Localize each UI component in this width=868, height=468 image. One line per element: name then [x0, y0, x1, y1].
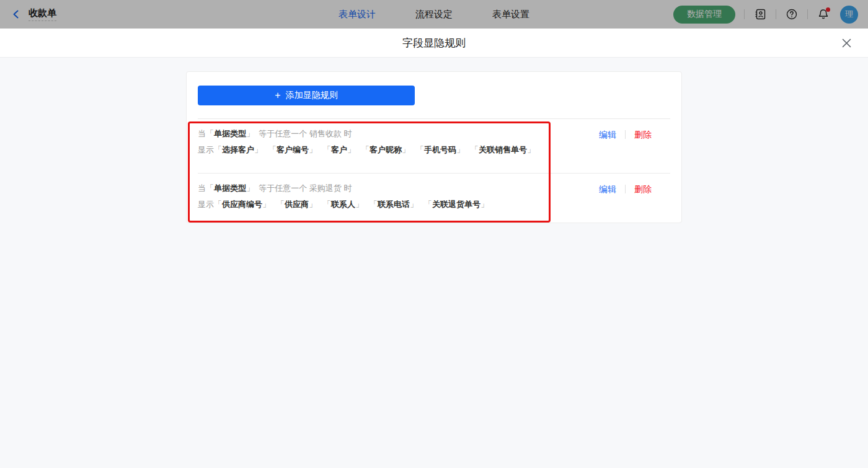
rule-actions: 编辑删除: [599, 126, 652, 143]
edit-button[interactable]: 编辑: [599, 181, 616, 197]
field-token: 「客户编号」: [268, 145, 317, 154]
rule-row: 当「单据类型」 等于任意一个 采购退货 时显示「供应商编号」「供应商」「联系人」…: [198, 174, 670, 224]
divider: [625, 185, 626, 193]
field-token: 「客户」: [323, 145, 355, 154]
rule-row: 当「单据类型」 等于任意一个 销售收款 时显示「选择客户」「客户编号」「客户」「…: [198, 119, 670, 174]
delete-button[interactable]: 删除: [634, 181, 652, 197]
rules-card: + 添加显隐规则 当「单据类型」 等于任意一个 销售收款 时显示「选择客户」「客…: [186, 71, 682, 223]
rules-list: 当「单据类型」 等于任意一个 销售收款 时显示「选择客户」「客户编号」「客户」「…: [198, 119, 670, 224]
edit-button[interactable]: 编辑: [599, 126, 616, 143]
field-token: 「供应商」: [277, 200, 317, 209]
field-token: 「选择客户」: [214, 145, 262, 154]
modal-header: 字段显隐规则: [0, 29, 868, 58]
rule-condition-line: 当「单据类型」 等于任意一个 采购退货 时: [198, 180, 495, 196]
field-token: 「客户昵称」: [361, 145, 410, 154]
topbar: 收款单 表单设计 流程设定 表单设置 数据管理: [0, 0, 868, 29]
field-token: 「关联退货单号」: [424, 200, 489, 209]
rule-actions: 编辑删除: [599, 181, 652, 197]
rule-condition-line: 当「单据类型」 等于任意一个 销售收款 时: [198, 126, 541, 142]
modal-title: 字段显隐规则: [402, 36, 466, 50]
modal-backdrop: [0, 0, 868, 29]
field-token: 「联系电话」: [370, 200, 418, 209]
divider: [625, 130, 626, 139]
field-token: 「供应商编号」: [214, 200, 270, 209]
rule-show-fields-line: 显示「选择客户」「客户编号」「客户」「客户昵称」「手机号码」「关联销售单号」: [198, 142, 541, 158]
field-visibility-rules-modal: 字段显隐规则 + 添加显隐规则 当「单据类型」 等于任意一个 销售收款 时显示「…: [0, 29, 868, 468]
rule-text: 当「单据类型」 等于任意一个 销售收款 时显示「选择客户」「客户编号」「客户」「…: [198, 126, 541, 158]
plus-icon: +: [275, 90, 280, 101]
rule-show-fields-line: 显示「供应商编号」「供应商」「联系人」「联系电话」「关联退货单号」: [198, 196, 495, 213]
modal-body: + 添加显隐规则 当「单据类型」 等于任意一个 销售收款 时显示「选择客户」「客…: [0, 58, 868, 468]
add-rule-label: 添加显隐规则: [286, 90, 338, 101]
field-token: 「单据类型」: [206, 129, 254, 138]
field-token: 「手机号码」: [416, 145, 464, 154]
field-token: 「联系人」: [323, 200, 363, 209]
field-token: 「关联销售单号」: [471, 145, 535, 154]
rule-text: 当「单据类型」 等于任意一个 采购退货 时显示「供应商编号」「供应商」「联系人」…: [198, 180, 495, 213]
close-icon[interactable]: [841, 37, 852, 48]
delete-button[interactable]: 删除: [634, 126, 652, 143]
field-token: 「单据类型」: [206, 183, 254, 193]
add-rule-button[interactable]: + 添加显隐规则: [198, 86, 415, 105]
